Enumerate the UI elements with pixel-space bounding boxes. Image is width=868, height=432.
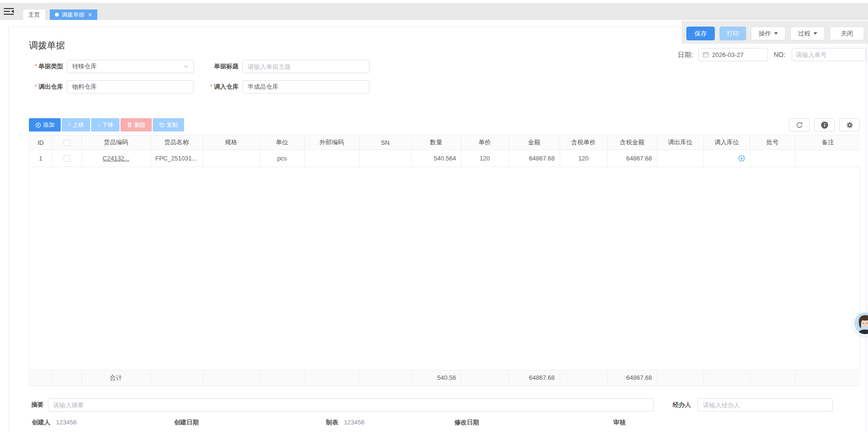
date-field[interactable]: [712, 51, 764, 58]
col-code: 货品编码: [82, 135, 150, 150]
col-batch: 批号: [750, 135, 795, 150]
no-label: NO:: [774, 48, 785, 61]
summary-input[interactable]: [48, 398, 654, 412]
tab-status-dot: [55, 13, 59, 17]
arrow-down-icon: ↓: [97, 122, 100, 128]
col-price: 单价: [461, 135, 508, 150]
settings-button[interactable]: [839, 118, 860, 131]
add-row-button[interactable]: 添加: [29, 118, 61, 131]
table-body: 1 C24132... FPC_251031... pcs 540.564 12…: [29, 150, 860, 167]
out-warehouse-input[interactable]: [67, 80, 194, 94]
action-bar: 保存 打印 操作 过程 关闭: [682, 21, 868, 44]
cell-price: 120: [461, 150, 508, 167]
info-icon: [821, 122, 828, 129]
audit-meta: 审核: [613, 418, 631, 427]
info-button[interactable]: [814, 118, 835, 131]
doc-title-input[interactable]: [242, 60, 369, 73]
in-warehouse-field[interactable]: [248, 84, 364, 91]
tab-home[interactable]: 主页: [23, 9, 45, 20]
move-up-button[interactable]: ↑上移: [62, 118, 90, 131]
table-row[interactable]: 1 C24132... FPC_251031... pcs 540.564 12…: [29, 150, 860, 167]
save-button[interactable]: 保存: [686, 27, 715, 40]
caret-down-icon: [813, 32, 817, 35]
required-mark: *: [35, 63, 37, 70]
col-tax-price: 含税单价: [560, 135, 607, 150]
no-input[interactable]: [792, 48, 866, 61]
delete-row-button[interactable]: 删除: [120, 118, 152, 131]
doc-type-value[interactable]: [72, 63, 183, 70]
add-location-icon[interactable]: [709, 155, 745, 162]
col-out-loc: 调出库位: [657, 135, 703, 150]
doc-type-select[interactable]: [67, 60, 194, 73]
create-date-label: 创建日期: [174, 418, 199, 427]
caret-down-icon: [774, 32, 778, 35]
total-tax-amount: 64867.68: [607, 370, 657, 385]
copy-row-button[interactable]: 复制: [153, 118, 184, 131]
grid-toolbar: 添加 ↑上移 ↓下移 删除 复制: [29, 118, 860, 131]
agent-label: 经办人: [673, 398, 691, 412]
cell-id: 1: [29, 150, 52, 167]
no-field[interactable]: [796, 51, 862, 58]
select-all-checkbox[interactable]: [64, 140, 70, 146]
doc-type-label: *单据类型: [23, 60, 63, 73]
item-code-link[interactable]: C24132...: [102, 155, 129, 162]
col-ext-code: 外部编码: [305, 135, 359, 150]
in-warehouse-input[interactable]: [242, 80, 369, 94]
cell-tax-price: 120: [560, 150, 607, 167]
arrow-up-icon: ↑: [68, 122, 71, 128]
audit-label: 审核: [613, 418, 626, 427]
modify-date-label: 修改日期: [454, 418, 479, 427]
chevron-down-icon: [183, 64, 189, 69]
doc-title-field[interactable]: [248, 63, 364, 70]
items-grid-section: 添加 ↑上移 ↓下移 删除 复制: [29, 118, 860, 386]
agent-field[interactable]: [703, 402, 828, 409]
col-spec: 规格: [203, 135, 259, 150]
cell-amount: 64867.68: [508, 150, 560, 167]
operate-dropdown-button[interactable]: 操作: [751, 27, 785, 40]
audit-meta-row: 创建人 123456 创建日期 制表 123456 修改日期 审核: [9, 418, 866, 428]
move-down-button[interactable]: ↓下移: [91, 118, 120, 131]
tabulator-value: 123456: [344, 418, 364, 427]
col-name: 货品名称: [150, 135, 203, 150]
close-button[interactable]: 关闭: [830, 27, 864, 40]
tabulator-meta: 制表 123456: [326, 418, 364, 427]
table-header: ID 货品编码 货品名称 规格 单位 外部编码 SN 数量 单价 金额 含税单价…: [29, 135, 860, 150]
cell-spec: [203, 150, 259, 167]
tab-transfer-doc[interactable]: 调拨单据: [50, 9, 97, 20]
document-card: 调拨单据 日期: NO: *单据类型 单据标题 *调出仓库: [9, 27, 867, 432]
screen: 主页 调拨单据 调拨单据 日期: NO: *单据类型: [0, 0, 868, 432]
summary-field[interactable]: [53, 402, 648, 409]
items-table: ID 货品编码 货品名称 规格 单位 外部编码 SN 数量 单价 金额 含税单价…: [29, 135, 860, 386]
col-in-loc: 调入库位: [703, 135, 750, 150]
col-sn: SN: [359, 135, 411, 150]
creator-value: 123456: [56, 418, 76, 427]
agent-input[interactable]: [698, 398, 833, 412]
total-row: 合计 540.56 64867.68 64867.68: [29, 370, 860, 385]
tab-transfer-doc-label: 调拨单据: [62, 11, 84, 19]
calendar-icon: [702, 51, 709, 58]
print-button[interactable]: 打印: [720, 27, 746, 40]
process-dropdown-button[interactable]: 过程: [790, 27, 825, 40]
row-checkbox[interactable]: [64, 155, 70, 162]
col-id: ID: [29, 135, 52, 150]
col-tax-amount: 含税金额: [607, 135, 657, 150]
summary-label: 摘要: [31, 398, 44, 412]
col-select: [52, 135, 82, 150]
cell-note: [795, 150, 860, 167]
date-label: 日期:: [678, 48, 693, 61]
col-amount: 金额: [508, 135, 560, 150]
doc-title-label: 单据标题: [199, 60, 239, 73]
create-date-meta: 创建日期: [174, 418, 204, 427]
refresh-button[interactable]: [789, 118, 810, 131]
cell-unit: pcs: [259, 150, 305, 167]
grid-tools: [789, 118, 860, 131]
menu-toggle-icon[interactable]: [4, 8, 14, 15]
col-unit: 单位: [259, 135, 305, 150]
page-title: 调拨单据: [29, 39, 65, 52]
modify-date-meta: 修改日期: [454, 418, 485, 427]
cell-tax-amount: 64867.68: [607, 150, 657, 167]
out-warehouse-field[interactable]: [72, 84, 189, 91]
tabulator-label: 制表: [326, 418, 338, 427]
tab-close-icon[interactable]: [88, 13, 92, 17]
date-input[interactable]: [698, 48, 768, 61]
